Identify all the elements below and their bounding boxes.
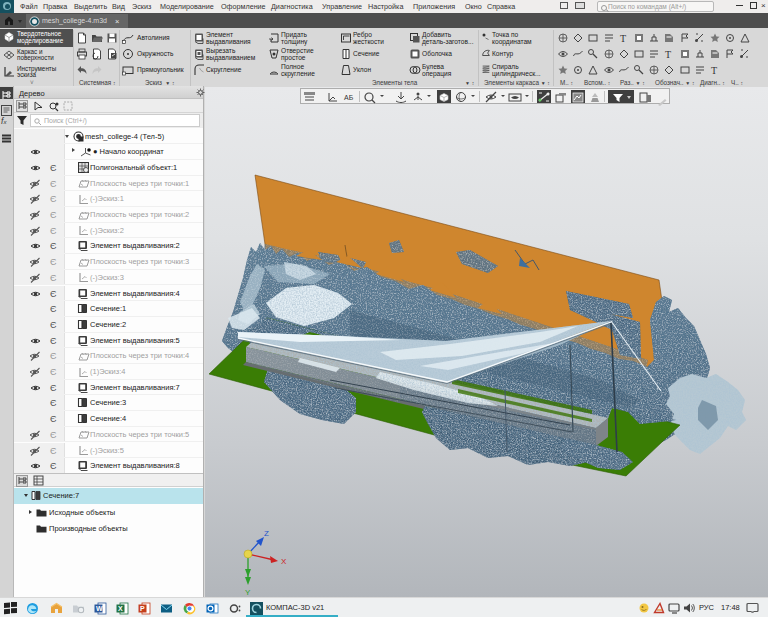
svg-text:T: T: [711, 65, 717, 76]
svg-text:X: X: [281, 557, 287, 566]
svg-text:W: W: [96, 605, 103, 612]
svg-text:Z: Z: [264, 529, 269, 538]
svg-text:АБ: АБ: [344, 94, 354, 101]
svg-text:T: T: [620, 33, 626, 44]
svg-text:P: P: [140, 605, 145, 612]
svg-text:T: T: [665, 49, 671, 60]
svg-text:Y: Y: [245, 588, 251, 597]
svg-text:X: X: [118, 605, 123, 612]
